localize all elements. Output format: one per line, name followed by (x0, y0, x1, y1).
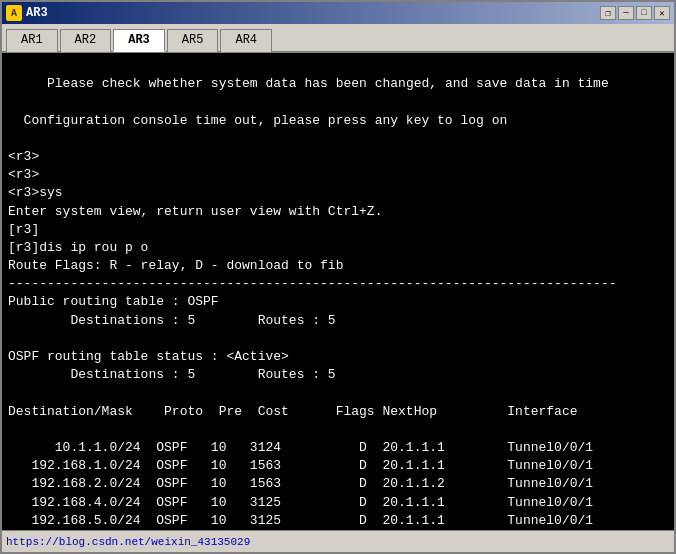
close-button[interactable]: ✕ (654, 6, 670, 20)
maximize-button[interactable]: □ (636, 6, 652, 20)
tab-ar3[interactable]: AR3 (113, 29, 165, 52)
main-window: A AR3 ❐ — □ ✕ AR1 AR2 AR3 AR5 AR4 Please… (0, 0, 676, 554)
minimize-button[interactable]: — (618, 6, 634, 20)
status-url: https://blog.csdn.net/weixin_43135029 (6, 536, 250, 548)
title-controls[interactable]: ❐ — □ ✕ (600, 6, 670, 20)
tabs-bar: AR1 AR2 AR3 AR5 AR4 (2, 24, 674, 53)
tab-ar1[interactable]: AR1 (6, 29, 58, 52)
tab-ar4[interactable]: AR4 (220, 29, 272, 52)
title-bar: A AR3 ❐ — □ ✕ (2, 2, 674, 24)
status-bar: https://blog.csdn.net/weixin_43135029 (2, 530, 674, 552)
terminal-text: Please check whether system data has bee… (8, 76, 617, 530)
tab-ar5[interactable]: AR5 (167, 29, 219, 52)
window-icon: A (6, 5, 22, 21)
terminal-output[interactable]: Please check whether system data has bee… (2, 53, 674, 530)
restore-button[interactable]: ❐ (600, 6, 616, 20)
title-bar-left: A AR3 (6, 5, 48, 21)
tab-ar2[interactable]: AR2 (60, 29, 112, 52)
window-title: AR3 (26, 6, 48, 20)
